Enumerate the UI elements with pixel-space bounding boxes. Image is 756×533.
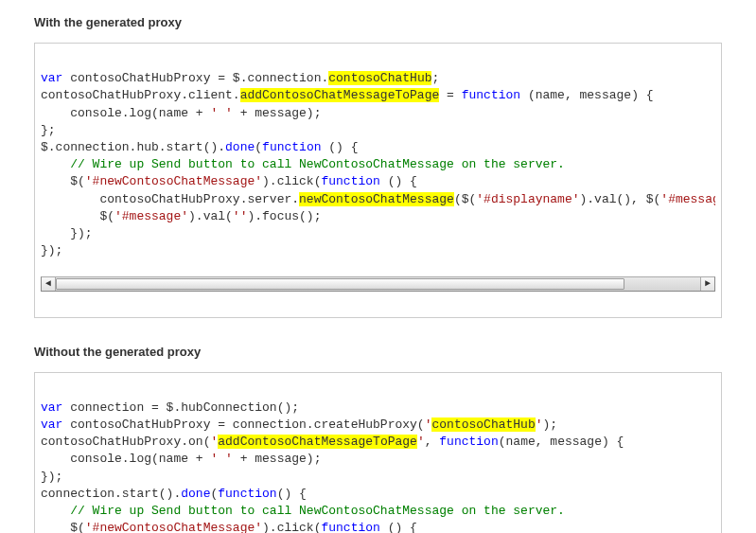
keyword-var: var [41, 400, 62, 415]
keyword-function: function [321, 174, 379, 188]
highlight-hub-name: contosoChatHub [431, 418, 535, 432]
horizontal-scrollbar[interactable]: ◄ ► [41, 276, 715, 292]
done-method: done [181, 487, 210, 501]
highlight-server-method: newContosoChatMessage [299, 192, 454, 206]
string-literal: '#displayname' [476, 192, 579, 206]
string-literal: '#newContosoChatMessage' [85, 174, 262, 188]
highlight-client-method: addContosoChatMessageToPage [218, 435, 417, 449]
scroll-track[interactable] [56, 277, 700, 291]
keyword-function: function [321, 521, 379, 533]
keyword-var: var [41, 71, 62, 85]
code-content-2: var connection = $.hubConnection(); var … [41, 400, 715, 533]
string-literal: ' ' [210, 452, 232, 466]
code-content-1: var contosoChatHubProxy = $.connection.c… [41, 70, 715, 259]
section-title-1: With the generated proxy [34, 15, 722, 29]
keyword-var: var [41, 418, 62, 432]
keyword-function: function [218, 487, 276, 501]
scroll-thumb[interactable] [56, 278, 624, 290]
string-literal: '#message [660, 192, 715, 206]
scroll-right-button[interactable]: ► [700, 277, 714, 291]
code-block-1: var contosoChatHubProxy = $.connection.c… [34, 43, 722, 318]
keyword-function: function [439, 435, 498, 449]
highlight-hub-name: contosoChatHub [328, 71, 431, 85]
done-method: done [225, 140, 255, 154]
string-literal: ' ' [210, 106, 232, 120]
keyword-function: function [262, 140, 321, 154]
section-title-2: Without the generated proxy [34, 345, 722, 359]
string-literal: '#newContosoChatMessage' [85, 521, 262, 533]
keyword-function: function [462, 88, 520, 102]
code-block-2: var connection = $.hubConnection(); var … [34, 372, 722, 533]
highlight-client-method: addContosoChatMessageToPage [240, 88, 440, 102]
string-literal: '#message' [114, 209, 188, 223]
scroll-left-button[interactable]: ◄ [42, 277, 56, 291]
code-comment: // Wire up Send button to call NewContos… [41, 157, 565, 171]
code-comment: // Wire up Send button to call NewContos… [41, 504, 565, 518]
string-literal: '' [233, 209, 248, 223]
